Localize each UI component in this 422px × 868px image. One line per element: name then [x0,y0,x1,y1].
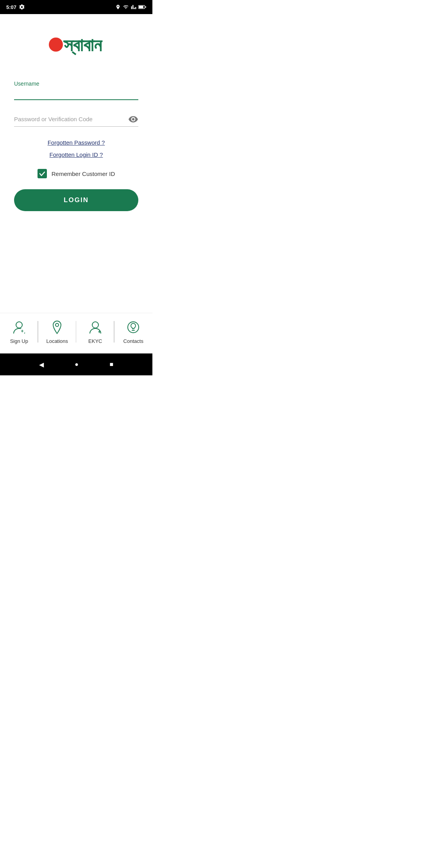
username-label: Username [14,81,138,87]
nav-label-signup: Sign Up [10,338,28,344]
settings-icon [19,4,25,10]
android-recent-button[interactable]: ■ [110,361,114,368]
status-time: 5:07 [6,4,16,10]
battery-status-icon [138,5,146,9]
password-group [14,112,138,127]
app-logo: স্বাবান [45,30,107,61]
show-password-icon[interactable] [128,114,138,124]
username-group: Username [14,81,138,100]
bottom-nav: + Sign Up Locations + EKYC [0,313,152,353]
svg-point-8 [55,323,59,326]
svg-rect-1 [139,6,143,8]
logo-area: স্বাবান [45,30,107,61]
remember-area: Remember Customer ID [14,169,138,178]
links-area: Forgotten Password ? Forgotten Login ID … [14,139,138,158]
nav-label-contacts: Contacts [123,338,143,344]
status-icons [115,4,146,10]
forgotten-login-id-link[interactable]: Forgotten Login ID ? [50,151,103,158]
username-input[interactable] [14,88,138,100]
login-form: Username Forgotten Password ? Forgotten … [14,81,138,219]
wifi-status-icon [123,4,129,10]
login-button[interactable]: LOGIN [14,189,138,211]
nav-item-contacts[interactable]: Contacts [114,319,153,344]
remember-label: Remember Customer ID [52,170,115,177]
android-back-button[interactable]: ◀ [39,361,44,368]
svg-text:স্বাবান: স্বাবান [63,35,103,56]
location-status-icon [115,4,121,10]
nav-item-signup[interactable]: + Sign Up [0,319,38,344]
contacts-icon [125,319,141,335]
main-content: স্বাবান Username Forgotten Password ? Fo… [0,14,152,313]
android-home-button[interactable]: ● [75,361,79,368]
svg-rect-2 [145,6,147,7]
forgotten-password-link[interactable]: Forgotten Password ? [48,139,105,146]
android-nav-bar: ◀ ● ■ [0,353,152,375]
nav-item-locations[interactable]: Locations [38,319,77,344]
locations-icon [49,319,65,335]
signal-status-icon [131,4,136,10]
svg-point-9 [92,322,98,328]
ekyc-icon: + [88,319,103,335]
nav-item-ekyc[interactable]: + EKYC [76,319,114,344]
nav-label-locations: Locations [46,338,68,344]
password-input[interactable] [14,112,138,127]
svg-point-5 [16,322,22,328]
svg-point-3 [49,38,63,52]
svg-text:+: + [21,328,23,334]
status-bar: 5:07 [0,0,152,14]
svg-text:+: + [98,329,101,335]
signup-icon: + [11,319,27,335]
nav-label-ekyc: EKYC [88,338,102,344]
remember-checkbox[interactable] [38,169,47,178]
